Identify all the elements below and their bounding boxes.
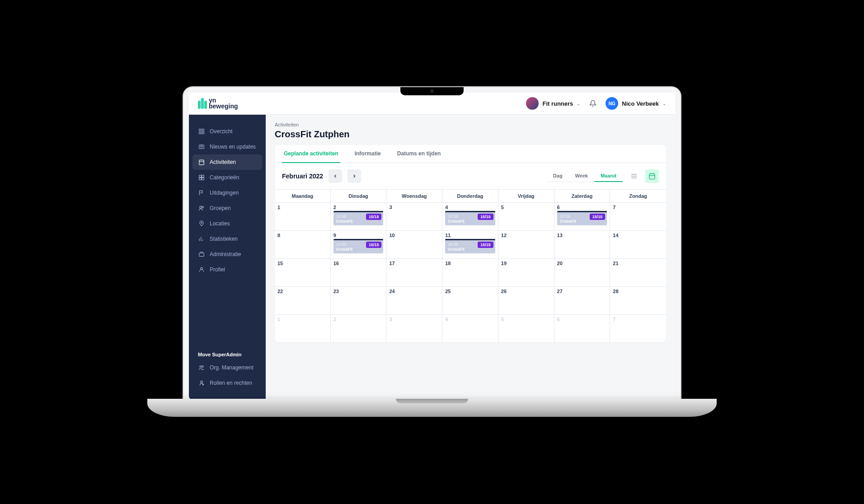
calendar-event[interactable]: 10:00CrossFit15/15 <box>557 211 607 225</box>
day-number: 15 <box>277 261 328 266</box>
sidebar-item-administratie[interactable]: Administratie <box>193 247 262 262</box>
sidebar-item-org-management[interactable]: Org. Management <box>193 360 262 375</box>
svg-rect-10 <box>202 175 204 177</box>
day-number: 6 <box>557 205 607 210</box>
day-number: 23 <box>333 289 384 294</box>
calendar-cell[interactable]: 6 <box>554 314 610 342</box>
calendar-cell[interactable]: 610:00CrossFit15/15 <box>554 202 610 230</box>
calendar-event[interactable]: 10:00CrossFit15/15 <box>445 211 495 225</box>
calendar-cell[interactable]: 1 <box>275 314 331 342</box>
app-screen: yn beweging Fit runners ⌄ NG Nico Verbee… <box>189 93 675 400</box>
logo[interactable]: yn beweging <box>198 98 238 109</box>
view-dag[interactable]: Dag <box>547 170 569 182</box>
sidebar-item-profiel[interactable]: Profiel <box>193 262 262 277</box>
news-icon <box>198 144 205 150</box>
calendar-cell[interactable]: 14 <box>610 230 666 258</box>
calendar-cell[interactable]: 23 <box>331 286 387 314</box>
calendar-cell[interactable]: 19 <box>498 258 554 286</box>
calendar-cell[interactable]: 8 <box>275 230 331 258</box>
calendar-cell[interactable]: 13 <box>554 230 610 258</box>
calendar-cell[interactable]: 12 <box>498 230 554 258</box>
calendar-cell[interactable]: 21 <box>610 258 666 286</box>
calendar-cell[interactable]: 910:00CrossFit15/15 <box>331 230 387 258</box>
svg-rect-9 <box>199 175 202 177</box>
calendar-cell[interactable]: 18 <box>442 258 498 286</box>
event-capacity-badge: 15/15 <box>590 214 606 220</box>
svg-rect-2 <box>199 132 201 134</box>
user-menu[interactable]: NG Nico Verbeek ⌄ <box>606 97 666 110</box>
calendar-cell[interactable]: 7 <box>610 202 666 230</box>
svg-rect-7 <box>199 160 204 165</box>
tab-geplande-activiteiten[interactable]: Geplande activiteiten <box>282 145 340 163</box>
calendar-cell[interactable]: 10 <box>386 230 442 258</box>
calendar-cell[interactable]: 22 <box>275 286 331 314</box>
bell-icon <box>589 100 596 107</box>
svg-point-20 <box>201 267 203 270</box>
users-icon <box>198 205 205 211</box>
day-number: 12 <box>501 233 551 238</box>
calendar-cell[interactable]: 3 <box>386 314 442 342</box>
weekday-header: Vrijdag <box>498 190 554 202</box>
calendar-cell[interactable]: 410:00CrossFit15/15 <box>442 202 498 230</box>
calendar-cell[interactable]: 16 <box>331 258 387 286</box>
day-number: 22 <box>277 289 328 294</box>
sidebar-item-groepen[interactable]: Groepen <box>193 201 262 216</box>
day-number: 11 <box>445 233 495 238</box>
event-capacity-badge: 15/15 <box>366 214 382 220</box>
list-view-button[interactable] <box>627 169 641 183</box>
calendar-cell[interactable]: 5 <box>498 314 554 342</box>
sidebar-item-nieuws-en-updates[interactable]: Nieuws en updates <box>193 139 262 154</box>
calendar-cell[interactable]: 20 <box>554 258 610 286</box>
sidebar-item-activiteiten[interactable]: Activiteiten <box>193 154 262 170</box>
calendar-cell[interactable]: 1110:00CrossFit15/15 <box>442 230 498 258</box>
calendar-event[interactable]: 10:00CrossFit15/15 <box>445 239 495 253</box>
sidebar-item-locaties[interactable]: Locaties <box>193 216 262 231</box>
calendar-cell[interactable]: 1 <box>275 202 331 230</box>
user-name: Nico Verbeek <box>622 100 659 107</box>
view-week[interactable]: Week <box>569 170 595 182</box>
svg-point-23 <box>201 381 203 383</box>
day-number: 2 <box>333 317 384 322</box>
prev-month-button[interactable] <box>329 169 342 183</box>
org-switcher[interactable]: Fit runners ⌄ <box>526 97 580 110</box>
sidebar-item-statistieken[interactable]: Statistieken <box>193 231 262 247</box>
sidebar-item-categorieën[interactable]: Categorieën <box>193 170 262 185</box>
tab-datums-en-tijden[interactable]: Datums en tijden <box>395 145 443 163</box>
pin-icon <box>198 220 205 227</box>
calendar-view-button[interactable] <box>645 169 659 183</box>
sidebar-item-overzicht[interactable]: Overzicht <box>193 124 262 139</box>
view-maand[interactable]: Maand <box>594 170 623 182</box>
calendar-cell[interactable]: 17 <box>386 258 442 286</box>
calendar-cell[interactable]: 25 <box>442 286 498 314</box>
calendar-cell[interactable]: 4 <box>442 314 498 342</box>
day-number: 6 <box>557 317 607 322</box>
calendar-cell[interactable]: 210:00CrossFit15/15 <box>331 202 387 230</box>
chevron-down-icon: ⌄ <box>577 101 580 106</box>
day-number: 16 <box>333 261 384 266</box>
weekday-header: Maandag <box>275 190 331 202</box>
notifications-button[interactable] <box>587 97 599 110</box>
calendar-cell[interactable]: 2 <box>331 314 387 342</box>
sidebar-item-label: Overzicht <box>210 128 233 135</box>
flag-icon <box>198 190 205 196</box>
weekday-header: Dinsdag <box>331 190 387 202</box>
calendar-event[interactable]: 10:00CrossFit15/15 <box>333 211 384 225</box>
next-month-button[interactable] <box>347 169 361 183</box>
activity-card: Geplande activiteitenInformatieDatums en… <box>275 145 666 342</box>
sidebar-item-uitdagingen[interactable]: Uitdagingen <box>193 185 262 201</box>
tab-informatie[interactable]: Informatie <box>353 145 383 163</box>
calendar-cell[interactable]: 24 <box>386 286 442 314</box>
calendar-cell[interactable]: 5 <box>498 202 554 230</box>
calendar-cell[interactable]: 3 <box>386 202 442 230</box>
calendar-cell[interactable]: 28 <box>610 286 666 314</box>
sidebar-item-label: Statistieken <box>210 236 238 242</box>
chevron-down-icon: ⌄ <box>662 101 666 106</box>
event-capacity-badge: 15/15 <box>478 214 493 220</box>
calendar-cell[interactable]: 27 <box>554 286 610 314</box>
calendar-cell[interactable]: 26 <box>498 286 554 314</box>
calendar-cell[interactable]: 7 <box>610 314 666 342</box>
sidebar-item-rollen-en-rechten[interactable]: Rollen en rechten <box>193 375 262 391</box>
calendar-cell[interactable]: 15 <box>275 258 331 286</box>
breadcrumb: Activiteiten <box>275 122 666 127</box>
calendar-event[interactable]: 10:00CrossFit15/15 <box>333 239 384 253</box>
